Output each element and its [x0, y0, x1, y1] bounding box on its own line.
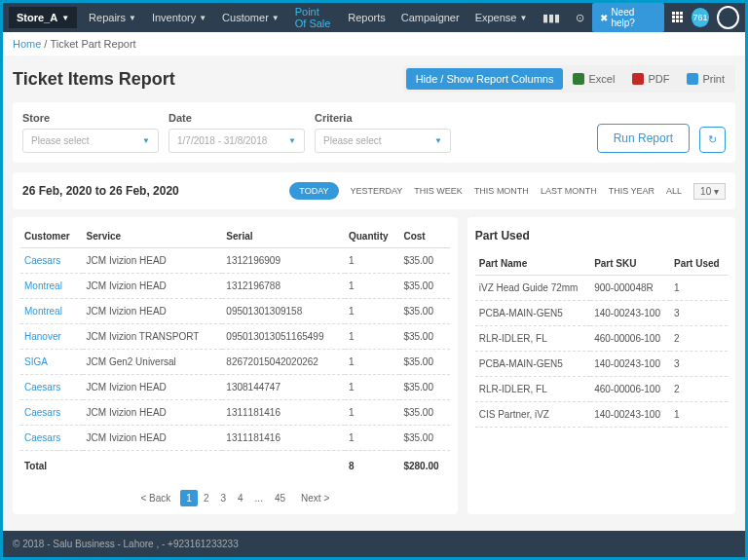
main-nav: Repairs▼ Inventory▼ Customer▼ Point Of S… — [81, 6, 592, 29]
table-row: CaesarsJCM Ivizion HEAD13081447471$35.00 — [20, 375, 450, 400]
topbar: Store_A▼ Repairs▼ Inventory▼ Customer▼ P… — [3, 3, 745, 32]
table-row: PCBA-MAIN-GEN5140-00243-1003 — [475, 301, 728, 326]
nav-campaigner[interactable]: Campaigner — [393, 12, 468, 23]
table-row: CaesarsJCM Ivizion HEAD13121969091$35.00 — [20, 248, 450, 274]
customer-link[interactable]: SIGA — [20, 350, 83, 375]
page-1[interactable]: 1 — [180, 490, 198, 506]
hide-show-columns-button[interactable]: Hide / Show Report Columns — [406, 68, 564, 90]
filter-bar: Store Please select▼ Date 1/7/2018 - 31/… — [13, 102, 735, 163]
customer-link[interactable]: Caesars — [20, 375, 83, 400]
print-button[interactable]: Print — [679, 68, 732, 90]
date-range-text: 26 Feb, 2020 to 26 Feb, 2020 — [22, 184, 179, 198]
col-cost[interactable]: Cost — [399, 225, 449, 248]
date-select[interactable]: 1/7/2018 - 31/8/2018▼ — [168, 129, 305, 153]
topbar-right: ✖Need help? 761 — [592, 3, 739, 32]
table-row: SIGAJCM Gen2 Universal826720150420202621… — [20, 350, 450, 375]
range-this-month[interactable]: THIS MONTH — [474, 186, 529, 196]
parts-title: Part Used — [475, 225, 728, 252]
table-row: PCBA-MAIN-GEN5140-00243-1003 — [475, 352, 728, 377]
page-back[interactable]: < Back — [134, 490, 176, 506]
help-icon: ✖ — [600, 13, 608, 23]
col-part-sku[interactable]: Part SKU — [590, 252, 670, 276]
notification-badge[interactable]: 761 — [692, 8, 710, 27]
nav-inventory[interactable]: Inventory▼ — [144, 12, 214, 23]
store-selector[interactable]: Store_A▼ — [9, 7, 77, 28]
table-row: CaesarsJCM Ivizion HEAD13111814161$35.00 — [20, 426, 450, 451]
items-panel: Customer Service Serial Quantity Cost Ca… — [13, 217, 458, 514]
col-quantity[interactable]: Quantity — [345, 225, 399, 248]
criteria-label: Criteria — [315, 112, 451, 124]
range-this-year[interactable]: THIS YEAR — [609, 186, 654, 196]
page-...[interactable]: ... — [249, 490, 269, 506]
avatar[interactable] — [717, 6, 739, 29]
customer-link[interactable]: Montreal — [20, 274, 83, 299]
items-table: Customer Service Serial Quantity Cost Ca… — [20, 225, 450, 478]
refresh-icon: ↻ — [708, 133, 717, 145]
range-last-month[interactable]: LAST MONTH — [541, 186, 597, 196]
range-today[interactable]: TODAY — [289, 182, 338, 200]
col-part-used[interactable]: Part Used — [670, 252, 728, 276]
date-range-bar: 26 Feb, 2020 to 26 Feb, 2020 TODAY YESTE… — [13, 172, 735, 209]
parts-panel: Part Used Part Name Part SKU Part Used i… — [468, 217, 735, 514]
table-row: MontrealJCM Ivizion HEAD095013013091581$… — [20, 299, 450, 324]
apps-icon[interactable] — [672, 12, 683, 23]
total-qty: 8 — [345, 451, 399, 479]
barcode-icon[interactable]: ▮▮▮ — [535, 12, 568, 24]
run-report-button[interactable]: Run Report — [597, 124, 690, 153]
col-customer[interactable]: Customer — [20, 225, 83, 248]
range-yesterday[interactable]: YESTERDAY — [351, 186, 403, 196]
page-2[interactable]: 2 — [198, 490, 215, 506]
chevron-down-icon: ▼ — [61, 14, 69, 22]
pdf-icon — [632, 73, 644, 85]
breadcrumb-home[interactable]: Home — [13, 38, 41, 50]
nav-expense[interactable]: Expense▼ — [468, 12, 536, 23]
table-row: RLR-IDLER, FL460-00006-1002 — [475, 377, 728, 402]
table-row: RLR-IDLER, FL460-00006-1002 — [475, 326, 728, 352]
customer-link[interactable]: Caesars — [20, 248, 83, 274]
table-row: HanoverJCM Ivizion TRANSPORT095013013051… — [20, 324, 450, 350]
range-this-week[interactable]: THIS WEEK — [414, 186, 463, 196]
help-button[interactable]: ✖Need help? — [592, 3, 664, 32]
export-excel-button[interactable]: Excel — [565, 68, 622, 90]
breadcrumb: Home/Ticket Part Report — [3, 32, 745, 56]
col-service[interactable]: Service — [83, 225, 223, 248]
store-select[interactable]: Please select▼ — [22, 129, 159, 153]
print-icon — [687, 73, 698, 85]
store-label: Store — [22, 112, 159, 124]
total-label: Total — [20, 451, 83, 479]
customer-link[interactable]: Montreal — [20, 299, 83, 324]
col-part-name[interactable]: Part Name — [475, 252, 590, 276]
page-45[interactable]: 45 — [269, 490, 291, 506]
criteria-select[interactable]: Please select▼ — [315, 129, 451, 153]
chevron-down-icon: ▾ — [714, 186, 719, 197]
page-next[interactable]: Next > — [295, 490, 335, 506]
customer-link[interactable]: Caesars — [20, 426, 83, 451]
export-pdf-button[interactable]: PDF — [624, 68, 677, 90]
footer: © 2018 - Salu Business - Lahore , - +923… — [3, 531, 745, 557]
table-row: CaesarsJCM Ivizion HEAD13111814161$35.00 — [20, 400, 450, 426]
chevron-down-icon: ▼ — [434, 136, 442, 145]
pagination: < Back 1234...45 Next > — [20, 490, 450, 506]
refresh-button[interactable]: ↻ — [699, 127, 726, 153]
col-serial[interactable]: Serial — [222, 225, 345, 248]
page-4[interactable]: 4 — [232, 490, 249, 506]
search-icon[interactable]: ⊙ — [568, 12, 592, 24]
customer-link[interactable]: Caesars — [20, 400, 83, 426]
range-all[interactable]: ALL — [666, 186, 682, 196]
chevron-down-icon: ▼ — [288, 136, 296, 145]
table-row: CIS Partner, iVZ140-00243-1001 — [475, 402, 728, 428]
table-row: MontrealJCM Ivizion HEAD13121967881$35.0… — [20, 274, 450, 299]
breadcrumb-current: Ticket Part Report — [50, 38, 135, 50]
total-cost: $280.00 — [399, 451, 449, 479]
rows-per-page-select[interactable]: 10 ▾ — [693, 183, 726, 200]
chevron-down-icon: ▼ — [142, 136, 150, 145]
nav-pos[interactable]: Point Of Sale — [287, 6, 340, 29]
nav-reports[interactable]: Reports — [340, 12, 393, 23]
nav-customer[interactable]: Customer▼ — [214, 12, 287, 23]
parts-table: Part Name Part SKU Part Used iVZ Head Gu… — [475, 252, 728, 428]
page-3[interactable]: 3 — [214, 490, 232, 506]
nav-repairs[interactable]: Repairs▼ — [81, 12, 144, 23]
customer-link[interactable]: Hanover — [20, 324, 83, 350]
page-title: Ticket Items Report — [13, 69, 175, 90]
table-row: iVZ Head Guide 72mm900-000048R1 — [475, 276, 728, 301]
